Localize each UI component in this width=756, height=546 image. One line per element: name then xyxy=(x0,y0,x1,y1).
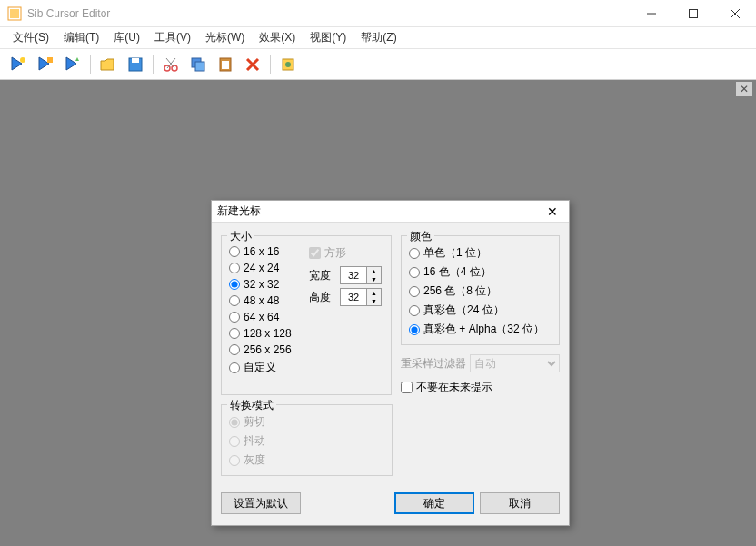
menu-file[interactable]: 文件(S) xyxy=(5,28,56,47)
tb-new-cursor-alt[interactable] xyxy=(33,52,58,77)
height-down[interactable]: ▼ xyxy=(367,297,381,305)
height-up[interactable]: ▲ xyxy=(367,289,381,297)
minimize-button[interactable] xyxy=(631,0,672,26)
menu-cursor[interactable]: 光标(W) xyxy=(198,28,252,47)
mode-crop: 剪切 xyxy=(229,412,384,432)
width-label: 宽度 xyxy=(309,268,334,283)
toolbar-separator xyxy=(90,55,91,74)
square-checkbox[interactable]: 方形 xyxy=(309,243,382,263)
size-64[interactable]: 64 x 64 xyxy=(229,309,305,325)
height-input[interactable] xyxy=(340,288,367,306)
width-down[interactable]: ▼ xyxy=(367,275,381,283)
size-legend: 大小 xyxy=(227,229,254,244)
size-24[interactable]: 24 x 24 xyxy=(229,260,305,276)
workspace: ✕ 安 安下载 anxz.com 新建光标 ✕ 大小 16 x 16 24 x … xyxy=(0,80,756,546)
app-title: Sib Cursor Editor xyxy=(27,7,631,20)
dialog-close-button[interactable]: ✕ xyxy=(542,203,563,221)
menu-edit[interactable]: 编辑(T) xyxy=(56,28,106,47)
width-spinner[interactable]: ▲▼ xyxy=(340,266,382,284)
menu-tools[interactable]: 工具(V) xyxy=(147,28,198,47)
svg-line-17 xyxy=(166,58,174,68)
menu-view[interactable]: 视图(Y) xyxy=(303,28,353,47)
height-label: 高度 xyxy=(309,290,334,305)
svg-rect-1 xyxy=(10,9,19,18)
toolbar-separator xyxy=(270,55,271,74)
menu-library[interactable]: 库(U) xyxy=(106,28,147,47)
width-up[interactable]: ▲ xyxy=(367,267,381,275)
tb-copy[interactable] xyxy=(185,52,211,77)
mode-group: 转换模式 剪切 抖动 灰度 xyxy=(221,404,393,476)
svg-line-16 xyxy=(167,58,175,68)
window-controls xyxy=(631,0,756,26)
dialog-title: 新建光标 xyxy=(217,204,542,219)
svg-rect-9 xyxy=(47,57,53,63)
svg-marker-10 xyxy=(66,57,76,70)
tb-save[interactable] xyxy=(123,52,148,77)
mode-dither: 抖动 xyxy=(229,432,384,451)
app-icon xyxy=(7,6,22,21)
svg-rect-21 xyxy=(222,61,229,69)
color-legend: 颜色 xyxy=(407,229,434,244)
size-48[interactable]: 48 x 48 xyxy=(229,293,305,309)
size-256[interactable]: 256 x 256 xyxy=(229,342,305,358)
color-group: 颜色 单色（1 位） 16 色（4 位） 256 色（8 位） 真彩色（24 位… xyxy=(401,235,560,345)
menu-bar: 文件(S) 编辑(T) 库(U) 工具(V) 光标(W) 效果(X) 视图(Y)… xyxy=(0,27,756,49)
tb-open[interactable] xyxy=(95,52,121,77)
height-spinner[interactable]: ▲▼ xyxy=(340,288,382,306)
set-default-button[interactable]: 设置为默认 xyxy=(221,492,301,514)
svg-point-7 xyxy=(20,57,25,63)
new-cursor-dialog: 新建光标 ✕ 大小 16 x 16 24 x 24 32 x 32 48 x 4… xyxy=(211,200,570,526)
tb-paste[interactable] xyxy=(213,52,238,77)
filter-select[interactable]: 自动 xyxy=(470,354,560,372)
svg-marker-11 xyxy=(75,57,79,61)
size-32[interactable]: 32 x 32 xyxy=(229,276,305,293)
color-256[interactable]: 256 色（8 位） xyxy=(409,282,552,301)
title-bar: Sib Cursor Editor xyxy=(0,0,756,27)
size-16[interactable]: 16 x 16 xyxy=(229,243,305,260)
workspace-close-icon[interactable]: ✕ xyxy=(736,82,752,96)
tb-new-cursor[interactable] xyxy=(5,52,31,77)
cancel-button[interactable]: 取消 xyxy=(480,492,560,514)
menu-help[interactable]: 帮助(Z) xyxy=(353,28,403,47)
svg-rect-3 xyxy=(690,9,698,17)
svg-rect-19 xyxy=(195,62,204,71)
size-group: 大小 16 x 16 24 x 24 32 x 32 48 x 48 64 x … xyxy=(221,235,392,395)
tb-tools[interactable] xyxy=(275,52,301,77)
size-128[interactable]: 128 x 128 xyxy=(229,325,305,342)
size-custom[interactable]: 自定义 xyxy=(229,358,305,377)
toolbar-separator xyxy=(153,55,154,74)
dialog-titlebar[interactable]: 新建光标 ✕ xyxy=(212,201,569,223)
toolbar xyxy=(0,49,756,80)
mode-legend: 转换模式 xyxy=(227,398,276,413)
tb-cut[interactable] xyxy=(158,52,184,77)
color-16[interactable]: 16 色（4 位） xyxy=(409,263,552,282)
maximize-button[interactable] xyxy=(672,0,714,26)
color-32bit[interactable]: 真彩色 + Alpha（32 位） xyxy=(409,320,552,339)
svg-rect-13 xyxy=(132,58,139,63)
no-future-checkbox[interactable]: 不要在未来提示 xyxy=(401,380,560,395)
color-mono[interactable]: 单色（1 位） xyxy=(409,243,552,263)
width-input[interactable] xyxy=(340,266,367,284)
tb-new-cursor-star[interactable] xyxy=(60,52,85,77)
color-24bit[interactable]: 真彩色（24 位） xyxy=(409,301,552,320)
tb-delete[interactable] xyxy=(240,52,265,77)
mode-gray: 灰度 xyxy=(229,451,384,470)
ok-button[interactable]: 确定 xyxy=(394,492,474,514)
svg-point-25 xyxy=(285,62,291,67)
filter-label: 重采样过滤器 xyxy=(401,356,466,372)
menu-effects[interactable]: 效果(X) xyxy=(252,28,303,47)
close-button[interactable] xyxy=(714,0,756,26)
